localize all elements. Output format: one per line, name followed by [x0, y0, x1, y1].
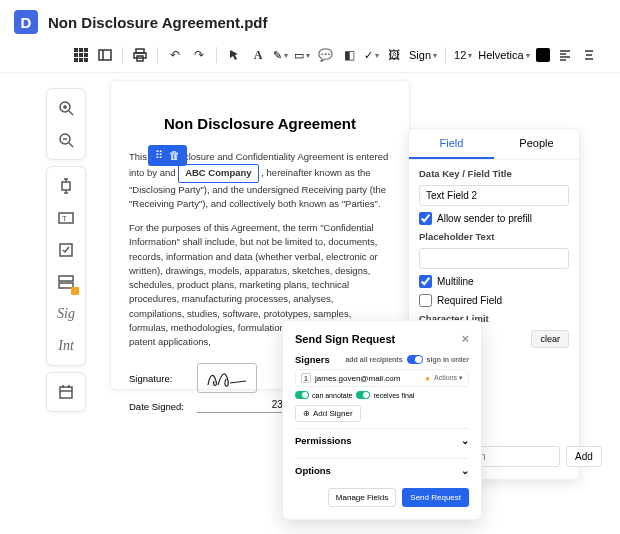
app-logo: D: [14, 10, 38, 34]
panel-icon[interactable]: [96, 46, 114, 64]
signature-box[interactable]: [197, 363, 257, 393]
placeholder-text-label: Placeholder Text: [419, 231, 569, 242]
redo-icon[interactable]: ↷: [190, 46, 208, 64]
initials-field-icon[interactable]: Int: [51, 331, 81, 361]
textarea-field-icon[interactable]: T: [51, 203, 81, 233]
signer-order-handle[interactable]: 1: [301, 373, 311, 383]
signer-email: james.goven@mail.com: [315, 374, 421, 383]
toolbar: ↶ ↷ A ✎▾ ▭▾ 💬 ◧ ✓▾ 🖼 Sign▾ 12▾ Helvetica…: [0, 42, 620, 73]
font-family-value: Helvetica: [478, 49, 523, 61]
manage-fields-button[interactable]: Manage Fields: [328, 488, 396, 507]
svg-rect-28: [62, 182, 70, 190]
permissions-accordion[interactable]: Permissions⌄: [295, 428, 469, 452]
add-signer-button[interactable]: ⊕Add Signer: [295, 405, 361, 422]
tab-people[interactable]: People: [494, 129, 579, 159]
image-icon[interactable]: 🖼: [385, 46, 403, 64]
document-title: Non Disclosure Agreement.pdf: [48, 14, 267, 31]
svg-line-22: [69, 111, 73, 115]
svg-rect-8: [84, 58, 88, 62]
add-button[interactable]: Add: [566, 446, 602, 467]
svg-rect-1: [79, 48, 83, 52]
send-request-button[interactable]: Send Request: [402, 488, 469, 507]
svg-rect-7: [79, 58, 83, 62]
shape-tool[interactable]: ▭▾: [294, 49, 310, 62]
comment-icon[interactable]: 💬: [316, 46, 334, 64]
signers-heading: Signers: [295, 354, 330, 365]
svg-rect-5: [84, 53, 88, 57]
svg-rect-6: [74, 58, 78, 62]
send-sign-request-modal: Send Sign Request × Signers add all reci…: [282, 320, 482, 520]
multiline-checkbox[interactable]: [419, 275, 432, 288]
signer-row: 1 james.goven@mail.com ● Actions ▾: [295, 369, 469, 387]
brush-tool[interactable]: ✎▾: [273, 49, 288, 62]
data-key-input[interactable]: [419, 185, 569, 206]
company-text-field[interactable]: ABC Company: [178, 164, 259, 182]
svg-rect-9: [99, 50, 111, 60]
plus-icon: ⊕: [303, 409, 310, 418]
svg-rect-0: [74, 48, 78, 52]
svg-rect-38: [60, 387, 72, 398]
receives-final-toggle[interactable]: [356, 391, 370, 399]
undo-icon[interactable]: ↶: [166, 46, 184, 64]
sign-in-order-label: sign in order: [427, 356, 469, 363]
zoom-out-icon[interactable]: [51, 125, 81, 155]
field-drag-handle[interactable]: ⠿ 🗑: [148, 145, 187, 166]
font-size-dropdown[interactable]: 12▾: [454, 49, 472, 61]
svg-rect-3: [74, 53, 78, 57]
color-swatch[interactable]: [536, 48, 550, 62]
allow-prefill-checkbox[interactable]: [419, 212, 432, 225]
allow-prefill-label: Allow sender to prefill: [437, 213, 532, 224]
chevron-down-icon: ⌄: [461, 435, 469, 446]
signature-label: Signature:: [129, 373, 189, 384]
date-field-icon[interactable]: [51, 377, 81, 407]
svg-text:T: T: [62, 214, 67, 223]
add-all-label: add all recipients: [345, 356, 402, 363]
required-label: Required Field: [437, 295, 502, 306]
eraser-icon[interactable]: ◧: [340, 46, 358, 64]
close-icon[interactable]: ×: [461, 331, 469, 346]
date-signed-label: Date Signed:: [129, 401, 189, 412]
signer-actions-dropdown[interactable]: Actions ▾: [434, 374, 463, 382]
placeholder-text-input[interactable]: [419, 248, 569, 269]
signature-field-icon[interactable]: Sig: [51, 299, 81, 329]
ssr-title: Send Sign Request: [295, 333, 395, 345]
header-bar: D Non Disclosure Agreement.pdf: [0, 0, 620, 42]
tab-field[interactable]: Field: [409, 129, 494, 159]
svg-rect-36: [59, 276, 73, 281]
align-left-icon[interactable]: [556, 46, 574, 64]
align-vert-icon[interactable]: [580, 46, 598, 64]
chevron-down-icon: ⌄: [461, 465, 469, 476]
text-field-icon[interactable]: [51, 171, 81, 201]
side-toolbox: T Sig Int: [46, 88, 86, 412]
delete-icon[interactable]: 🗑: [169, 149, 180, 162]
sign-dropdown[interactable]: Sign▾: [409, 49, 437, 61]
grid-icon[interactable]: [72, 46, 90, 64]
print-icon[interactable]: [131, 46, 149, 64]
sign-label: Sign: [409, 49, 431, 61]
checkbox-field-icon[interactable]: [51, 235, 81, 265]
receives-final-label: receives final: [373, 392, 414, 399]
svg-rect-4: [79, 53, 83, 57]
signer-status-dot: ●: [425, 374, 430, 383]
move-icon[interactable]: ⠿: [155, 149, 163, 162]
svg-rect-2: [84, 48, 88, 52]
check-tool[interactable]: ✓▾: [364, 49, 379, 62]
text-tool-icon[interactable]: A: [249, 46, 267, 64]
clear-button[interactable]: clear: [531, 330, 569, 348]
options-accordion[interactable]: Options⌄: [295, 458, 469, 482]
required-checkbox[interactable]: [419, 294, 432, 307]
pointer-icon[interactable]: [225, 46, 243, 64]
can-annotate-toggle[interactable]: [295, 391, 309, 399]
zoom-in-icon[interactable]: [51, 93, 81, 123]
multiline-label: Multiline: [437, 276, 474, 287]
font-size-value: 12: [454, 49, 466, 61]
can-annotate-label: can annotate: [312, 392, 352, 399]
dropdown-field-icon[interactable]: [51, 267, 81, 297]
sign-in-order-toggle[interactable]: [407, 355, 423, 364]
svg-line-26: [69, 143, 73, 147]
doc-heading: Non Disclosure Agreement: [129, 115, 391, 132]
font-family-dropdown[interactable]: Helvetica▾: [478, 49, 529, 61]
data-key-label: Data Key / Field Title: [419, 168, 569, 179]
